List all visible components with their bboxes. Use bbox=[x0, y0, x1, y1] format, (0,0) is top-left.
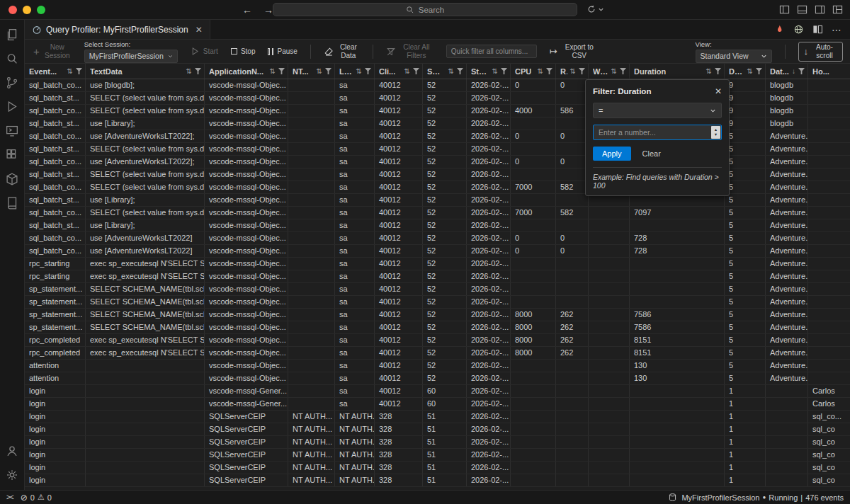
sort-icon[interactable]: ⇅ bbox=[448, 67, 454, 75]
column-header-event[interactable]: Event...⇅ bbox=[25, 64, 86, 79]
column-header-dat[interactable]: Dat...⇅ bbox=[725, 64, 766, 79]
table-row[interactable]: rpc_startingexec sp_executesql N'SELECT … bbox=[25, 270, 850, 283]
stepper-up-icon[interactable]: ▲ bbox=[714, 127, 718, 132]
toggle-sidebar-right-icon[interactable] bbox=[815, 4, 825, 15]
table-row[interactable]: rpc_completedexec sp_executesql N'SELECT… bbox=[25, 347, 850, 360]
clear-button[interactable]: Clear bbox=[638, 147, 665, 161]
number-stepper[interactable]: ▲▼ bbox=[711, 126, 720, 139]
history-forward-button[interactable]: → bbox=[264, 4, 273, 16]
table-row[interactable]: loginSQLServerCEIPNT AUTH...NT AUTH...32… bbox=[25, 411, 850, 423]
filter-icon[interactable] bbox=[798, 68, 805, 74]
notebook-icon[interactable] bbox=[0, 191, 24, 215]
toggle-panel-icon[interactable] bbox=[797, 4, 808, 15]
filter-icon[interactable] bbox=[365, 68, 371, 74]
sql-server-icon[interactable] bbox=[0, 119, 24, 143]
filter-icon[interactable] bbox=[278, 68, 285, 74]
filter-icon[interactable] bbox=[413, 68, 419, 74]
pause-button[interactable]: Pause bbox=[268, 47, 297, 55]
zoom-window-button[interactable] bbox=[37, 6, 45, 14]
sort-icon[interactable]: ⇅ bbox=[492, 67, 498, 75]
sort-icon[interactable]: ⇅ bbox=[570, 67, 576, 75]
sort-icon[interactable]: ⇅ bbox=[356, 67, 362, 75]
new-session-button[interactable]: + New Session bbox=[33, 43, 72, 59]
clear-all-filters-button[interactable]: Clear All Filters bbox=[386, 43, 434, 59]
sort-icon[interactable]: ⇅ bbox=[611, 67, 617, 75]
filter-value-input[interactable] bbox=[594, 128, 711, 137]
session-status[interactable]: MyFirstProfilerSession ● Running | 476 e… bbox=[681, 493, 844, 502]
column-header-lo[interactable]: Lo...⇅ bbox=[335, 64, 375, 79]
explorer-icon[interactable] bbox=[0, 23, 24, 47]
column-header-dat[interactable]: Dat...↓ bbox=[766, 64, 808, 79]
table-row[interactable]: sp_statement...SELECT SCHEMA_NAME(tbl.sc… bbox=[25, 283, 850, 296]
column-header-sta[interactable]: Sta...⇅ bbox=[467, 64, 511, 79]
operator-select[interactable]: = bbox=[593, 103, 722, 118]
history-back-button[interactable]: ← bbox=[242, 4, 252, 16]
sort-icon[interactable]: ⇅ bbox=[270, 67, 276, 75]
filter-icon[interactable] bbox=[579, 68, 585, 74]
extensions-icon[interactable] bbox=[0, 143, 24, 167]
column-header-wri[interactable]: Wri...⇅ bbox=[589, 64, 630, 79]
filter-icon[interactable] bbox=[620, 68, 626, 74]
column-header-re[interactable]: Re...⇅ bbox=[556, 64, 589, 79]
quick-filter-input[interactable] bbox=[446, 45, 537, 58]
clear-data-button[interactable]: Clear Data bbox=[324, 43, 360, 59]
tab-query-profiler[interactable]: Query Profiler: MyFirstProfilerSession ✕ bbox=[25, 20, 210, 39]
table-row[interactable]: loginSQLServerCEIPNT AUTH...NT AUTH...32… bbox=[25, 462, 850, 474]
filter-icon[interactable] bbox=[501, 68, 507, 74]
close-window-button[interactable] bbox=[8, 6, 17, 14]
table-row[interactable]: sql_batch_co...use [AdventureWorksLT2022… bbox=[25, 245, 850, 258]
export-csv-button[interactable]: ↦ Export to CSV bbox=[550, 43, 598, 59]
sort-icon[interactable]: ⇅ bbox=[404, 67, 410, 75]
filter-icon[interactable] bbox=[76, 68, 82, 74]
filter-icon[interactable] bbox=[325, 68, 332, 74]
filter-icon[interactable] bbox=[756, 68, 762, 74]
run-debug-icon[interactable] bbox=[0, 95, 24, 119]
column-header-textdata[interactable]: TextData⇅ bbox=[86, 64, 205, 79]
search-sidebar-icon[interactable] bbox=[0, 47, 24, 71]
table-row[interactable]: attentionvscode-mssql-Objec...sa40012522… bbox=[25, 372, 850, 385]
minimize-window-button[interactable] bbox=[23, 6, 31, 14]
filter-icon[interactable] bbox=[546, 68, 552, 74]
column-header-duration[interactable]: Duration⇅ bbox=[630, 64, 725, 79]
customize-layout-icon[interactable] bbox=[832, 4, 843, 15]
package-icon[interactable] bbox=[0, 167, 24, 191]
table-row[interactable]: loginSQLServerCEIPNT AUTH...NT AUTH...32… bbox=[25, 423, 850, 436]
filter-icon[interactable] bbox=[195, 68, 201, 74]
view-select[interactable]: Standard View bbox=[696, 50, 772, 63]
remote-indicator[interactable]: >< bbox=[6, 493, 13, 501]
column-header-ho[interactable]: Ho... bbox=[808, 64, 850, 79]
column-header-cli[interactable]: Cli...⇅ bbox=[375, 64, 423, 79]
sort-icon[interactable]: ⇅ bbox=[67, 67, 73, 75]
sort-icon[interactable]: ⇅ bbox=[317, 67, 322, 75]
auto-scroll-button[interactable]: ↓ Auto-scroll bbox=[798, 42, 844, 62]
table-row[interactable]: sql_batch_st...use [Library];vscode-mssq… bbox=[25, 219, 850, 232]
sort-icon[interactable]: ⇅ bbox=[706, 67, 712, 75]
source-control-icon[interactable] bbox=[0, 71, 24, 95]
problems-indicator[interactable]: ⊘ 0 ⚠ 0 bbox=[21, 493, 52, 503]
table-row[interactable]: sp_statement...SELECT SCHEMA_NAME(tbl.sc… bbox=[25, 309, 850, 321]
split-editor-icon[interactable] bbox=[812, 24, 823, 35]
account-icon[interactable] bbox=[0, 439, 24, 463]
command-center-search[interactable]: Search bbox=[273, 3, 577, 16]
sync-dropdown[interactable] bbox=[586, 4, 604, 14]
stop-button[interactable]: Stop bbox=[231, 47, 256, 55]
apply-button[interactable]: Apply bbox=[593, 147, 631, 161]
sort-icon[interactable]: ⇅ bbox=[538, 67, 543, 75]
globe-icon[interactable] bbox=[793, 24, 804, 35]
close-icon[interactable]: ✕ bbox=[196, 25, 203, 35]
column-header-applicationn[interactable]: ApplicationN...⇅ bbox=[205, 64, 288, 79]
settings-gear-icon[interactable] bbox=[0, 463, 24, 487]
table-row[interactable]: sql_batch_co...SELECT (select value from… bbox=[25, 207, 850, 219]
session-select[interactable]: MyFirstProfilerSession bbox=[84, 50, 178, 63]
table-row[interactable]: sp_statement...SELECT SCHEMA_NAME(tbl.sc… bbox=[25, 296, 850, 309]
filter-icon[interactable] bbox=[715, 68, 721, 74]
more-actions-icon[interactable]: ⋯ bbox=[832, 24, 842, 35]
column-header-nt[interactable]: NT...⇅ bbox=[288, 64, 335, 79]
sort-icon[interactable]: ⇅ bbox=[747, 67, 753, 75]
table-row[interactable]: loginSQLServerCEIPNT AUTH...NT AUTH...32… bbox=[25, 474, 850, 487]
close-icon[interactable]: ✕ bbox=[715, 86, 722, 96]
column-header-spid[interactable]: SPID⇅ bbox=[423, 64, 467, 79]
sort-icon[interactable]: ⇅ bbox=[186, 67, 192, 75]
table-row[interactable]: attentionvscode-mssql-Objec...sa40012522… bbox=[25, 360, 850, 372]
table-row[interactable]: rpc_startingexec sp_executesql N'SELECT … bbox=[25, 258, 850, 270]
